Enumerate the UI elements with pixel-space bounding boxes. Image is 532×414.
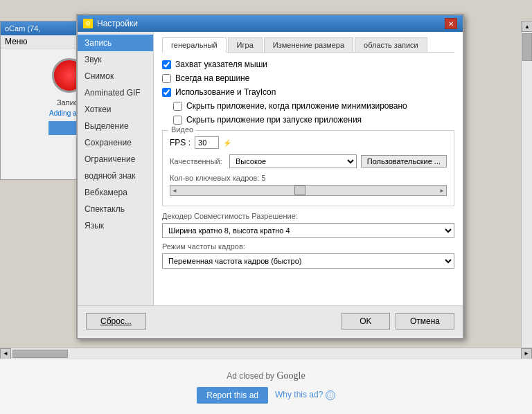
dialog-body: Запись Звук Снимок Anminated GIF Хоткеи … [78, 32, 463, 305]
tab-resize[interactable]: Изменение размера [264, 37, 353, 52]
nav-item-language[interactable]: Язык [78, 217, 153, 234]
checkbox-row-5: Скрыть приложение при запуске приложения [173, 115, 454, 125]
capture-mouse-label: Захват указателя мыши [175, 60, 267, 69]
hide-minimized-checkbox[interactable] [173, 102, 182, 111]
checkbox-row-3: Использование и TrayIcon [162, 87, 454, 97]
quality-label: Качественный: [170, 157, 225, 165]
quality-row: Качественный: Высокое Среднее Низкое Пол… [170, 154, 447, 168]
slider-left-arrow: ◄ [172, 188, 177, 194]
nav-item-spectacle[interactable]: Спектакль [78, 201, 153, 217]
tab-general[interactable]: генеральный [162, 37, 227, 53]
checkbox-row-4: Скрыть приложение, когда приложение мини… [173, 101, 454, 111]
slider-right-arrow: ► [439, 188, 445, 194]
always-on-top-label: Всегда на вершине [175, 73, 249, 83]
decoder-section: Декодер Совместимость Разрешение: Ширина… [162, 212, 454, 242]
nav-item-sound[interactable]: Звук [78, 51, 153, 68]
dialog-titlebar: ⚙ Настройки ✕ [78, 15, 463, 32]
framerate-label: Режим частоты кадров: [162, 242, 454, 251]
hide-startup-checkbox[interactable] [173, 116, 182, 125]
tab-record-area[interactable]: область записи [355, 37, 427, 52]
dialog-content: генеральный Игра Изменение размера облас… [154, 32, 463, 305]
dialog-nav: Запись Звук Снимок Anminated GIF Хоткеи … [78, 32, 154, 305]
nav-item-limit[interactable]: Ограничение [78, 151, 153, 168]
tab-content: Захват указателя мыши Всегда на вершине … [162, 60, 454, 269]
framerate-select[interactable]: Переменная частота кадров (быстро) [162, 253, 454, 269]
settings-dialog: ⚙ Настройки ✕ Запись Звук Снимок Anminat… [76, 14, 464, 339]
dialog-tabs: генеральный Игра Изменение размера облас… [162, 37, 454, 53]
fps-input[interactable] [195, 136, 219, 149]
decoder-label: Декодер Совместимость Разрешение: [162, 212, 454, 220]
tab-game[interactable]: Игра [228, 37, 263, 52]
dialog-footer: Сброс... OK Отмена [78, 305, 463, 336]
capture-mouse-checkbox[interactable] [162, 60, 171, 69]
fps-row: FPS : ⚡ [170, 136, 447, 149]
ok-button[interactable]: OK [342, 313, 390, 330]
cancel-button[interactable]: Отмена [396, 313, 454, 330]
hide-startup-label: Скрыть приложение при запуске приложения [186, 115, 362, 125]
fps-icon: ⚡ [223, 139, 231, 147]
slider-thumb[interactable] [294, 186, 305, 195]
footer-left: Сброс... [86, 313, 146, 330]
custom-button[interactable]: Пользовательские ... [361, 155, 447, 168]
checkbox-row-2: Всегда на вершине [162, 73, 454, 83]
nav-item-hotkeys[interactable]: Хоткеи [78, 101, 153, 118]
nav-item-save[interactable]: Сохранение [78, 134, 153, 151]
dialog-settings-icon: ⚙ [83, 19, 93, 28]
nav-item-watermark[interactable]: водяной знак [78, 168, 153, 184]
hide-minimized-label: Скрыть приложение, когда приложение мини… [186, 101, 407, 111]
keyframes-row: Кол-во ключевых кадров: 5 ◄ ► [170, 174, 447, 196]
nav-item-record[interactable]: Запись [78, 35, 153, 51]
video-section: Видео FPS : ⚡ Качественный: Высокое [162, 130, 454, 206]
dialog-title-text: Настройки [97, 19, 138, 28]
nav-item-webcam[interactable]: Вебкамера [78, 184, 153, 201]
always-on-top-checkbox[interactable] [162, 74, 171, 83]
nav-item-animgif[interactable]: Anminated GIF [78, 84, 153, 101]
keyframes-label: Кол-во ключевых кадров: 5 [170, 174, 447, 182]
decoder-select[interactable]: Ширина кратно 8, высота кратно 4 [162, 223, 454, 238]
framerate-section: Режим частоты кадров: Переменная частота… [162, 242, 454, 269]
fps-label: FPS : [170, 138, 190, 147]
dialog-overlay: ⚙ Настройки ✕ Запись Звук Снимок Anminat… [0, 0, 532, 414]
reset-button[interactable]: Сброс... [86, 313, 146, 330]
quality-select[interactable]: Высокое Среднее Низкое [229, 154, 357, 168]
video-section-label: Видео [168, 125, 196, 134]
nav-item-selection[interactable]: Выделение [78, 118, 153, 134]
checkbox-row-1: Захват указателя мыши [162, 60, 454, 69]
nav-item-snapshot[interactable]: Снимок [78, 68, 153, 84]
keyframes-slider[interactable]: ◄ ► [170, 185, 447, 196]
dialog-close-button[interactable]: ✕ [445, 18, 457, 29]
trayicon-label: Использование и TrayIcon [175, 87, 276, 97]
footer-right: OK Отмена [342, 313, 454, 330]
dialog-title-left: ⚙ Настройки [83, 19, 138, 28]
trayicon-checkbox[interactable] [162, 88, 171, 97]
